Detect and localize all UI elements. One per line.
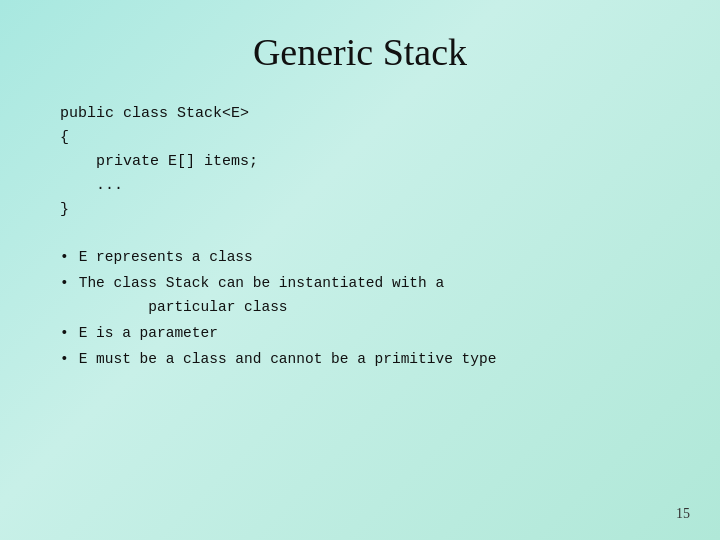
code-line-3: private E[] items; [60,150,670,174]
page-number: 15 [676,506,690,522]
list-item: • E must be a class and cannot be a prim… [60,348,670,372]
list-item: • The class Stack can be instantiated wi… [60,272,670,320]
code-line-2: { [60,126,670,150]
slide-container: Generic Stack public class Stack<E> { pr… [0,0,720,540]
code-line-4: ... [60,174,670,198]
code-block: public class Stack<E> { private E[] item… [60,102,670,222]
bullet-icon: • [60,246,69,270]
bullet-text-1: E represents a class [79,246,253,270]
bullet-list: • E represents a class • The class Stack… [60,246,670,374]
code-line-5: } [60,198,670,222]
slide-title: Generic Stack [50,30,670,74]
bullet-icon: • [60,272,69,296]
bullet-text-2: The class Stack can be instantiated with… [79,272,444,320]
bullet-icon: • [60,348,69,372]
bullet-text-3: E is a parameter [79,322,218,346]
bullet-text-4: E must be a class and cannot be a primit… [79,348,497,372]
list-item: • E represents a class [60,246,670,270]
list-item: • E is a parameter [60,322,670,346]
bullet-icon: • [60,322,69,346]
code-line-1: public class Stack<E> [60,102,670,126]
